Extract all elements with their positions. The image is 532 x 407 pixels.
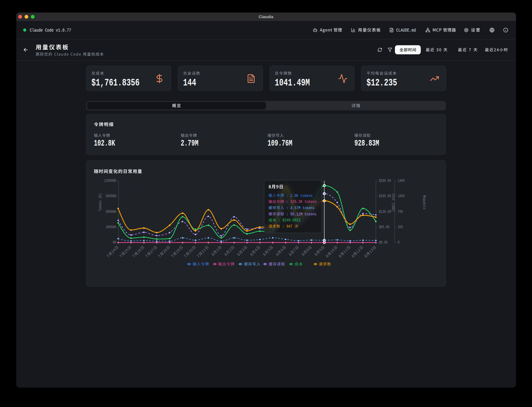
svg-text:1400: 1400 xyxy=(398,179,405,183)
svg-text:$1,761.8356: $1,761.8356 xyxy=(91,77,140,88)
svg-text:: 947: : 947 xyxy=(280,224,294,229)
svg-text:: 95.12M tokens: : 95.12M tokens xyxy=(284,212,316,217)
svg-text:: 155.3K tokens: : 155.3K tokens xyxy=(284,199,316,204)
svg-text:$0.00: $0.00 xyxy=(379,240,388,245)
svg-text:700: 700 xyxy=(398,210,403,214)
svg-text:1041.49M: 1041.49M xyxy=(275,77,310,88)
svg-text:144: 144 xyxy=(183,77,196,88)
svg-text:2.79M: 2.79M xyxy=(181,139,199,148)
svg-text:109.76M: 109.76M xyxy=(268,139,292,148)
svg-text:90000K: 90000K xyxy=(106,194,116,198)
svg-text:: 4.57M tokens: : 4.57M tokens xyxy=(284,206,315,210)
svg-text:928.83M: 928.83M xyxy=(355,139,379,148)
svg-text:Claudia: Claudia xyxy=(259,14,274,19)
svg-text:0: 0 xyxy=(398,240,400,245)
svg-text:Requests: Requests xyxy=(422,195,427,209)
svg-text:60000K: 60000K xyxy=(106,210,116,214)
svg-text:: 2.8K tokens: : 2.8K tokens xyxy=(284,193,312,198)
svg-text:Cost (USD): Cost (USD) xyxy=(391,194,396,212)
svg-text:350: 350 xyxy=(398,225,403,229)
svg-text:$12.235: $12.235 xyxy=(366,77,397,88)
svg-text:102.8K: 102.8K xyxy=(94,139,115,148)
svg-text:: $240.0021: : $240.0021 xyxy=(276,218,300,223)
svg-text:0K: 0K xyxy=(113,240,116,245)
svg-text:120000K: 120000K xyxy=(104,179,116,183)
svg-text:Claude Code v1.0.77: Claude Code v1.0.77 xyxy=(30,28,71,33)
svg-text:$130.00: $130.00 xyxy=(379,210,391,214)
svg-text:$260.00: $260.00 xyxy=(379,179,391,183)
svg-text:CLAUDE.md: CLAUDE.md xyxy=(396,28,416,33)
svg-text:1050: 1050 xyxy=(398,194,405,198)
svg-text:$65.00: $65.00 xyxy=(379,225,389,229)
svg-text:Tokens (K): Tokens (K) xyxy=(98,193,103,211)
svg-text:30000K: 30000K xyxy=(106,225,116,229)
svg-text:$195.00: $195.00 xyxy=(379,194,391,198)
